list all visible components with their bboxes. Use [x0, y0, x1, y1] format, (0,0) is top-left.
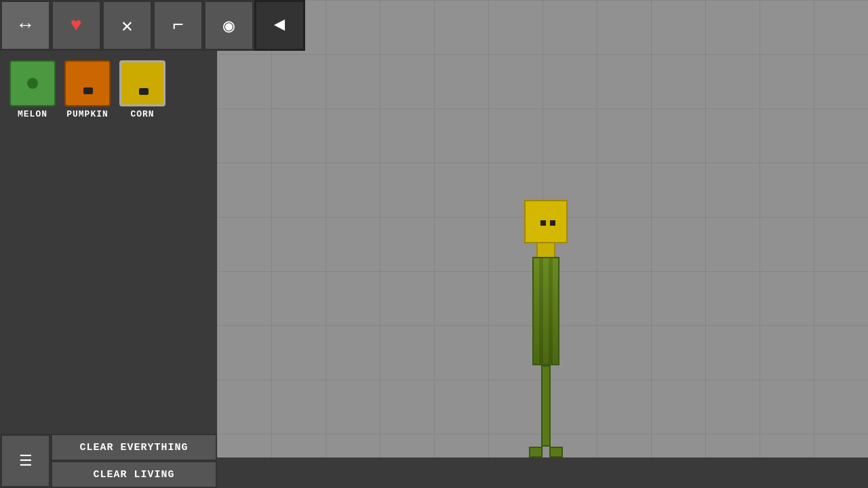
- action-buttons: CLEAR EVERYTHING CLEAR LIVING: [51, 434, 217, 488]
- pumpkin-icon: [64, 60, 111, 106]
- items-grid: MELON PUMPKIN CORN: [0, 51, 217, 129]
- gun-icon: ⌐: [172, 15, 184, 36]
- corn-feet: [529, 447, 563, 458]
- corn-head: [524, 200, 568, 243]
- melon-label: MELON: [18, 109, 47, 119]
- arrow-icon: ◄: [274, 15, 285, 36]
- corn-icon: [119, 60, 165, 106]
- corn-neck: [536, 243, 555, 257]
- corn-stem: [541, 365, 551, 447]
- menu-button[interactable]: ☰: [0, 434, 51, 488]
- corn-foot-left: [529, 447, 542, 458]
- item-pumpkin[interactable]: PUMPKIN: [62, 58, 113, 122]
- main-container: LIVING MELON PUMPKIN CORN ☰: [0, 0, 868, 488]
- arrow-button[interactable]: ◄: [254, 0, 305, 51]
- health-button[interactable]: ♥: [51, 0, 102, 51]
- sword-icon: ✕: [121, 14, 133, 37]
- corn-foot-right: [549, 447, 563, 458]
- bottom-buttons: ☰ CLEAR EVERYTHING CLEAR LIVING: [0, 434, 217, 488]
- back-button[interactable]: ↔: [0, 0, 51, 51]
- ground: [217, 458, 868, 488]
- corn-body: [532, 257, 559, 365]
- pumpkin-label: PUMPKIN: [66, 109, 108, 119]
- health-icon: ♥: [71, 15, 82, 36]
- corn-character: [522, 200, 570, 458]
- item-corn[interactable]: CORN: [117, 58, 168, 122]
- shield-button[interactable]: ◉: [203, 0, 254, 51]
- menu-icon: ☰: [19, 452, 33, 470]
- clear-everything-button[interactable]: CLEAR EVERYTHING: [51, 434, 217, 461]
- left-panel: LIVING MELON PUMPKIN CORN ☰: [0, 0, 217, 488]
- clear-living-button[interactable]: CLEAR LIVING: [51, 461, 217, 488]
- gun-button[interactable]: ⌐: [153, 0, 203, 51]
- melon-icon: [9, 60, 56, 106]
- corn-label: CORN: [130, 109, 154, 119]
- sword-button[interactable]: ✕: [102, 0, 153, 51]
- shield-icon: ◉: [223, 14, 235, 37]
- game-area[interactable]: [217, 0, 868, 488]
- back-icon: ↔: [20, 15, 31, 36]
- item-melon[interactable]: MELON: [7, 58, 58, 122]
- toolbar: ↔ ♥ ✕ ⌐ ◉ ◄: [0, 0, 305, 51]
